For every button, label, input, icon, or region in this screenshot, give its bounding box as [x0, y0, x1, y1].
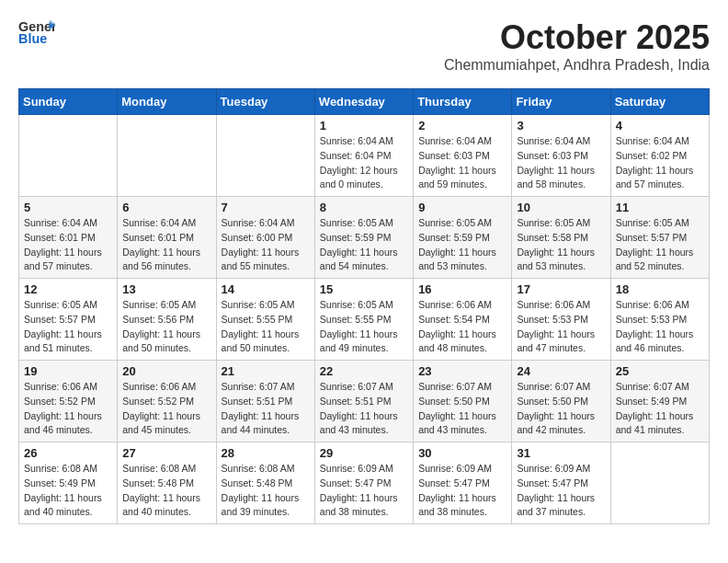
day-number: 1: [320, 119, 408, 132]
day-number: 12: [24, 282, 112, 296]
table-row: 23Sunrise: 6:07 AMSunset: 5:50 PMDayligh…: [414, 361, 512, 442]
table-row: 27Sunrise: 6:08 AMSunset: 5:48 PMDayligh…: [118, 442, 216, 524]
day-info: Sunrise: 6:05 AMSunset: 5:58 PMDaylight:…: [517, 216, 605, 274]
day-info: Sunrise: 6:06 AMSunset: 5:53 PMDaylight:…: [517, 298, 605, 356]
header-friday: Friday: [512, 89, 610, 115]
day-number: 16: [418, 282, 506, 296]
table-row: [19, 115, 118, 197]
calendar-header-row: Sunday Monday Tuesday Wednesday Thursday…: [19, 89, 710, 115]
day-number: 15: [320, 282, 408, 296]
day-number: 18: [616, 282, 704, 296]
table-row: 9Sunrise: 6:05 AMSunset: 5:59 PMDaylight…: [414, 197, 512, 279]
day-number: 8: [320, 201, 408, 214]
day-number: 26: [24, 446, 112, 460]
table-row: 21Sunrise: 6:07 AMSunset: 5:51 PMDayligh…: [216, 361, 314, 442]
table-row: 16Sunrise: 6:06 AMSunset: 5:54 PMDayligh…: [414, 279, 512, 361]
day-info: Sunrise: 6:07 AMSunset: 5:50 PMDaylight:…: [517, 380, 605, 438]
table-row: 29Sunrise: 6:09 AMSunset: 5:47 PMDayligh…: [314, 442, 413, 524]
day-number: 2: [418, 119, 506, 132]
month-title: October 2025: [444, 18, 710, 57]
table-row: 28Sunrise: 6:08 AMSunset: 5:48 PMDayligh…: [216, 442, 314, 524]
table-row: [118, 115, 216, 197]
day-info: Sunrise: 6:04 AMSunset: 6:03 PMDaylight:…: [517, 134, 605, 192]
day-number: 23: [418, 364, 506, 378]
table-row: 12Sunrise: 6:05 AMSunset: 5:57 PMDayligh…: [19, 279, 118, 361]
day-info: Sunrise: 6:09 AMSunset: 5:47 PMDaylight:…: [418, 462, 506, 520]
table-row: 8Sunrise: 6:05 AMSunset: 5:59 PMDaylight…: [314, 197, 413, 279]
table-row: [610, 442, 709, 524]
header-saturday: Saturday: [610, 89, 709, 115]
table-row: 1Sunrise: 6:04 AMSunset: 6:04 PMDaylight…: [314, 115, 413, 197]
table-row: 7Sunrise: 6:04 AMSunset: 6:00 PMDaylight…: [216, 197, 314, 279]
table-row: 24Sunrise: 6:07 AMSunset: 5:50 PMDayligh…: [512, 361, 610, 442]
day-number: 29: [320, 446, 408, 460]
day-number: 30: [418, 446, 506, 460]
table-row: 11Sunrise: 6:05 AMSunset: 5:57 PMDayligh…: [610, 197, 709, 279]
day-info: Sunrise: 6:06 AMSunset: 5:52 PMDaylight:…: [24, 380, 112, 438]
day-info: Sunrise: 6:05 AMSunset: 5:57 PMDaylight:…: [616, 216, 704, 274]
day-info: Sunrise: 6:06 AMSunset: 5:53 PMDaylight:…: [616, 298, 704, 356]
day-info: Sunrise: 6:04 AMSunset: 6:04 PMDaylight:…: [320, 134, 408, 192]
day-number: 14: [222, 282, 310, 296]
day-info: Sunrise: 6:08 AMSunset: 5:48 PMDaylight:…: [122, 462, 210, 520]
table-row: 4Sunrise: 6:04 AMSunset: 6:02 PMDaylight…: [610, 115, 709, 197]
table-row: 22Sunrise: 6:07 AMSunset: 5:51 PMDayligh…: [314, 361, 413, 442]
header-monday: Monday: [118, 89, 216, 115]
header-sunday: Sunday: [19, 89, 118, 115]
table-row: 31Sunrise: 6:09 AMSunset: 5:47 PMDayligh…: [512, 442, 610, 524]
day-info: Sunrise: 6:05 AMSunset: 5:57 PMDaylight:…: [24, 298, 112, 356]
table-row: 14Sunrise: 6:05 AMSunset: 5:55 PMDayligh…: [216, 279, 314, 361]
day-info: Sunrise: 6:07 AMSunset: 5:51 PMDaylight:…: [222, 380, 310, 438]
day-number: 28: [222, 446, 310, 460]
day-number: 4: [616, 119, 704, 132]
logo-icon: General Blue: [18, 18, 55, 44]
table-row: 20Sunrise: 6:06 AMSunset: 5:52 PMDayligh…: [118, 361, 216, 442]
day-info: Sunrise: 6:09 AMSunset: 5:47 PMDaylight:…: [517, 462, 605, 520]
day-number: 17: [517, 282, 605, 296]
table-row: 19Sunrise: 6:06 AMSunset: 5:52 PMDayligh…: [19, 361, 118, 442]
table-row: 26Sunrise: 6:08 AMSunset: 5:49 PMDayligh…: [19, 442, 118, 524]
table-row: 15Sunrise: 6:05 AMSunset: 5:55 PMDayligh…: [314, 279, 413, 361]
location: Chemmumiahpet, Andhra Pradesh, India: [444, 57, 710, 74]
calendar-table: Sunday Monday Tuesday Wednesday Thursday…: [18, 88, 710, 524]
calendar-week-row: 19Sunrise: 6:06 AMSunset: 5:52 PMDayligh…: [19, 361, 710, 442]
day-info: Sunrise: 6:05 AMSunset: 5:59 PMDaylight:…: [320, 216, 408, 274]
header-thursday: Thursday: [414, 89, 512, 115]
day-number: 22: [320, 364, 408, 378]
title-area: October 2025 Chemmumiahpet, Andhra Prade…: [444, 18, 710, 74]
table-row: 25Sunrise: 6:07 AMSunset: 5:49 PMDayligh…: [610, 361, 709, 442]
day-number: 25: [616, 364, 704, 378]
table-row: 5Sunrise: 6:04 AMSunset: 6:01 PMDaylight…: [19, 197, 118, 279]
day-info: Sunrise: 6:05 AMSunset: 5:55 PMDaylight:…: [320, 298, 408, 356]
day-number: 5: [24, 201, 112, 214]
calendar-week-row: 1Sunrise: 6:04 AMSunset: 6:04 PMDaylight…: [19, 115, 710, 197]
day-info: Sunrise: 6:07 AMSunset: 5:50 PMDaylight:…: [418, 380, 506, 438]
day-info: Sunrise: 6:07 AMSunset: 5:49 PMDaylight:…: [616, 380, 704, 438]
page-header: General Blue October 2025 Chemmumiahpet,…: [18, 18, 710, 74]
table-row: 17Sunrise: 6:06 AMSunset: 5:53 PMDayligh…: [512, 279, 610, 361]
day-number: 10: [517, 201, 605, 214]
day-info: Sunrise: 6:05 AMSunset: 5:59 PMDaylight:…: [418, 216, 506, 274]
calendar-week-row: 26Sunrise: 6:08 AMSunset: 5:49 PMDayligh…: [19, 442, 710, 524]
day-number: 20: [122, 364, 210, 378]
day-info: Sunrise: 6:05 AMSunset: 5:56 PMDaylight:…: [122, 298, 210, 356]
day-info: Sunrise: 6:09 AMSunset: 5:47 PMDaylight:…: [320, 462, 408, 520]
day-number: 24: [517, 364, 605, 378]
table-row: 2Sunrise: 6:04 AMSunset: 6:03 PMDaylight…: [414, 115, 512, 197]
day-number: 7: [222, 201, 310, 214]
day-info: Sunrise: 6:07 AMSunset: 5:51 PMDaylight:…: [320, 380, 408, 438]
table-row: 10Sunrise: 6:05 AMSunset: 5:58 PMDayligh…: [512, 197, 610, 279]
day-info: Sunrise: 6:04 AMSunset: 6:01 PMDaylight:…: [24, 216, 112, 274]
table-row: [216, 115, 314, 197]
day-number: 3: [517, 119, 605, 132]
day-info: Sunrise: 6:08 AMSunset: 5:48 PMDaylight:…: [222, 462, 310, 520]
calendar-week-row: 5Sunrise: 6:04 AMSunset: 6:01 PMDaylight…: [19, 197, 710, 279]
day-number: 6: [122, 201, 210, 214]
table-row: 13Sunrise: 6:05 AMSunset: 5:56 PMDayligh…: [118, 279, 216, 361]
day-number: 31: [517, 446, 605, 460]
day-info: Sunrise: 6:04 AMSunset: 6:00 PMDaylight:…: [222, 216, 310, 274]
table-row: 30Sunrise: 6:09 AMSunset: 5:47 PMDayligh…: [414, 442, 512, 524]
calendar-week-row: 12Sunrise: 6:05 AMSunset: 5:57 PMDayligh…: [19, 279, 710, 361]
table-row: 18Sunrise: 6:06 AMSunset: 5:53 PMDayligh…: [610, 279, 709, 361]
day-info: Sunrise: 6:04 AMSunset: 6:03 PMDaylight:…: [418, 134, 506, 192]
